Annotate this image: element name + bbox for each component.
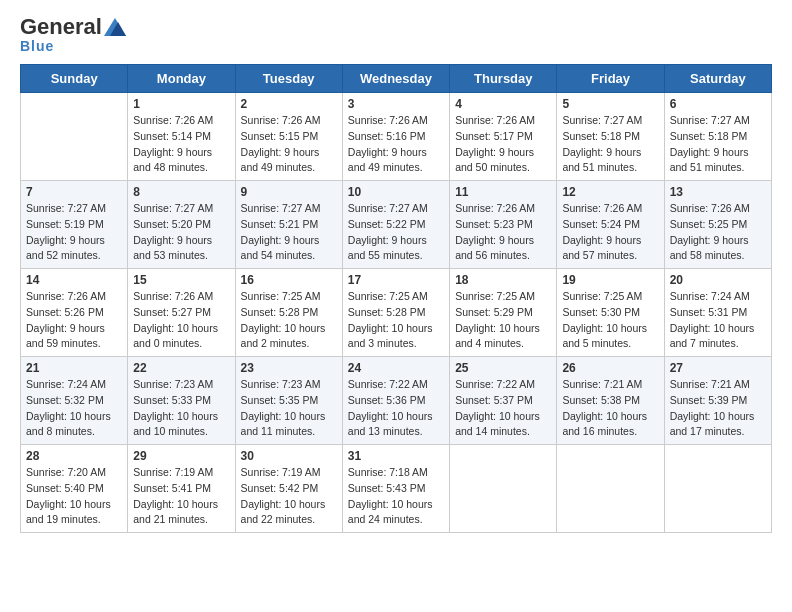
calendar-header-tuesday: Tuesday (235, 65, 342, 93)
daylight-text: Daylight: 9 hours and 59 minutes. (26, 322, 105, 350)
day-number: 29 (133, 449, 229, 463)
sunrise-text: Sunrise: 7:24 AM (26, 378, 106, 390)
day-info: Sunrise: 7:18 AM Sunset: 5:43 PM Dayligh… (348, 465, 444, 528)
day-info: Sunrise: 7:26 AM Sunset: 5:17 PM Dayligh… (455, 113, 551, 176)
calendar-cell: 4 Sunrise: 7:26 AM Sunset: 5:17 PM Dayli… (450, 93, 557, 181)
sunrise-text: Sunrise: 7:22 AM (348, 378, 428, 390)
day-number: 14 (26, 273, 122, 287)
day-info: Sunrise: 7:19 AM Sunset: 5:41 PM Dayligh… (133, 465, 229, 528)
sunset-text: Sunset: 5:18 PM (562, 130, 640, 142)
day-info: Sunrise: 7:22 AM Sunset: 5:37 PM Dayligh… (455, 377, 551, 440)
day-number: 19 (562, 273, 658, 287)
sunset-text: Sunset: 5:26 PM (26, 306, 104, 318)
daylight-text: Daylight: 10 hours and 0 minutes. (133, 322, 218, 350)
day-number: 30 (241, 449, 337, 463)
sunset-text: Sunset: 5:43 PM (348, 482, 426, 494)
sunrise-text: Sunrise: 7:25 AM (455, 290, 535, 302)
sunrise-text: Sunrise: 7:26 AM (455, 114, 535, 126)
day-number: 17 (348, 273, 444, 287)
calendar-cell: 15 Sunrise: 7:26 AM Sunset: 5:27 PM Dayl… (128, 269, 235, 357)
day-number: 24 (348, 361, 444, 375)
day-number: 16 (241, 273, 337, 287)
day-info: Sunrise: 7:24 AM Sunset: 5:32 PM Dayligh… (26, 377, 122, 440)
day-info: Sunrise: 7:25 AM Sunset: 5:30 PM Dayligh… (562, 289, 658, 352)
calendar-cell: 18 Sunrise: 7:25 AM Sunset: 5:29 PM Dayl… (450, 269, 557, 357)
sunrise-text: Sunrise: 7:22 AM (455, 378, 535, 390)
day-info: Sunrise: 7:25 AM Sunset: 5:28 PM Dayligh… (348, 289, 444, 352)
calendar-cell: 5 Sunrise: 7:27 AM Sunset: 5:18 PM Dayli… (557, 93, 664, 181)
calendar-header-thursday: Thursday (450, 65, 557, 93)
daylight-text: Daylight: 9 hours and 49 minutes. (241, 146, 320, 174)
sunset-text: Sunset: 5:14 PM (133, 130, 211, 142)
sunset-text: Sunset: 5:41 PM (133, 482, 211, 494)
calendar-week-1: 1 Sunrise: 7:26 AM Sunset: 5:14 PM Dayli… (21, 93, 772, 181)
sunset-text: Sunset: 5:29 PM (455, 306, 533, 318)
calendar-cell: 19 Sunrise: 7:25 AM Sunset: 5:30 PM Dayl… (557, 269, 664, 357)
calendar-cell: 8 Sunrise: 7:27 AM Sunset: 5:20 PM Dayli… (128, 181, 235, 269)
daylight-text: Daylight: 9 hours and 56 minutes. (455, 234, 534, 262)
day-number: 23 (241, 361, 337, 375)
sunrise-text: Sunrise: 7:21 AM (562, 378, 642, 390)
daylight-text: Daylight: 10 hours and 21 minutes. (133, 498, 218, 526)
day-info: Sunrise: 7:20 AM Sunset: 5:40 PM Dayligh… (26, 465, 122, 528)
day-number: 18 (455, 273, 551, 287)
calendar-cell (664, 445, 771, 533)
day-number: 10 (348, 185, 444, 199)
day-number: 5 (562, 97, 658, 111)
day-info: Sunrise: 7:23 AM Sunset: 5:35 PM Dayligh… (241, 377, 337, 440)
sunrise-text: Sunrise: 7:27 AM (133, 202, 213, 214)
day-number: 22 (133, 361, 229, 375)
daylight-text: Daylight: 10 hours and 10 minutes. (133, 410, 218, 438)
day-info: Sunrise: 7:21 AM Sunset: 5:38 PM Dayligh… (562, 377, 658, 440)
daylight-text: Daylight: 9 hours and 52 minutes. (26, 234, 105, 262)
calendar-cell: 25 Sunrise: 7:22 AM Sunset: 5:37 PM Dayl… (450, 357, 557, 445)
day-info: Sunrise: 7:27 AM Sunset: 5:21 PM Dayligh… (241, 201, 337, 264)
calendar-cell: 2 Sunrise: 7:26 AM Sunset: 5:15 PM Dayli… (235, 93, 342, 181)
sunrise-text: Sunrise: 7:26 AM (133, 290, 213, 302)
calendar-cell: 24 Sunrise: 7:22 AM Sunset: 5:36 PM Dayl… (342, 357, 449, 445)
daylight-text: Daylight: 9 hours and 51 minutes. (562, 146, 641, 174)
daylight-text: Daylight: 10 hours and 5 minutes. (562, 322, 647, 350)
daylight-text: Daylight: 10 hours and 2 minutes. (241, 322, 326, 350)
calendar-cell: 7 Sunrise: 7:27 AM Sunset: 5:19 PM Dayli… (21, 181, 128, 269)
sunrise-text: Sunrise: 7:23 AM (241, 378, 321, 390)
day-info: Sunrise: 7:26 AM Sunset: 5:14 PM Dayligh… (133, 113, 229, 176)
day-number: 31 (348, 449, 444, 463)
day-number: 4 (455, 97, 551, 111)
sunrise-text: Sunrise: 7:27 AM (348, 202, 428, 214)
calendar-header-friday: Friday (557, 65, 664, 93)
logo-blue: Blue (20, 38, 54, 54)
day-number: 3 (348, 97, 444, 111)
day-number: 28 (26, 449, 122, 463)
sunset-text: Sunset: 5:20 PM (133, 218, 211, 230)
calendar-cell: 11 Sunrise: 7:26 AM Sunset: 5:23 PM Dayl… (450, 181, 557, 269)
calendar-cell: 9 Sunrise: 7:27 AM Sunset: 5:21 PM Dayli… (235, 181, 342, 269)
day-number: 26 (562, 361, 658, 375)
day-number: 2 (241, 97, 337, 111)
sunset-text: Sunset: 5:17 PM (455, 130, 533, 142)
calendar-cell: 27 Sunrise: 7:21 AM Sunset: 5:39 PM Dayl… (664, 357, 771, 445)
day-number: 21 (26, 361, 122, 375)
daylight-text: Daylight: 9 hours and 51 minutes. (670, 146, 749, 174)
day-number: 9 (241, 185, 337, 199)
logo-icon (104, 18, 126, 36)
sunrise-text: Sunrise: 7:21 AM (670, 378, 750, 390)
day-info: Sunrise: 7:25 AM Sunset: 5:28 PM Dayligh… (241, 289, 337, 352)
calendar-table: SundayMondayTuesdayWednesdayThursdayFrid… (20, 64, 772, 533)
calendar-cell: 12 Sunrise: 7:26 AM Sunset: 5:24 PM Dayl… (557, 181, 664, 269)
sunset-text: Sunset: 5:37 PM (455, 394, 533, 406)
calendar-cell: 14 Sunrise: 7:26 AM Sunset: 5:26 PM Dayl… (21, 269, 128, 357)
calendar-cell: 31 Sunrise: 7:18 AM Sunset: 5:43 PM Dayl… (342, 445, 449, 533)
calendar-cell (450, 445, 557, 533)
calendar-cell: 20 Sunrise: 7:24 AM Sunset: 5:31 PM Dayl… (664, 269, 771, 357)
day-info: Sunrise: 7:26 AM Sunset: 5:25 PM Dayligh… (670, 201, 766, 264)
calendar-week-2: 7 Sunrise: 7:27 AM Sunset: 5:19 PM Dayli… (21, 181, 772, 269)
sunrise-text: Sunrise: 7:26 AM (562, 202, 642, 214)
sunset-text: Sunset: 5:32 PM (26, 394, 104, 406)
day-info: Sunrise: 7:27 AM Sunset: 5:18 PM Dayligh… (562, 113, 658, 176)
calendar-cell: 10 Sunrise: 7:27 AM Sunset: 5:22 PM Dayl… (342, 181, 449, 269)
sunset-text: Sunset: 5:28 PM (241, 306, 319, 318)
calendar-cell (21, 93, 128, 181)
day-info: Sunrise: 7:26 AM Sunset: 5:15 PM Dayligh… (241, 113, 337, 176)
sunset-text: Sunset: 5:24 PM (562, 218, 640, 230)
